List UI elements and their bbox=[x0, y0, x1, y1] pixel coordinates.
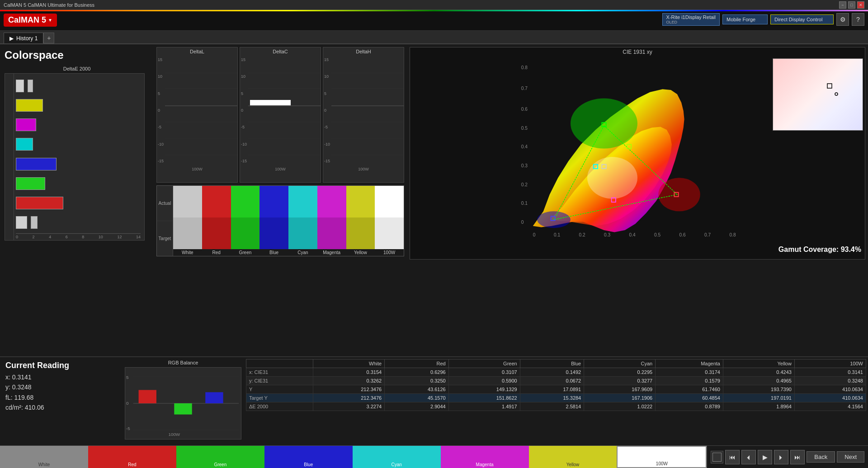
svg-text:0: 0 bbox=[533, 232, 536, 237]
tab-add-button[interactable]: + bbox=[43, 33, 54, 43]
bar-white-bottom bbox=[16, 216, 142, 229]
row-Y-magenta: 61.7460 bbox=[656, 385, 723, 394]
bottom-swatch-yellow-label: Yellow bbox=[566, 462, 580, 467]
svg-point-42 bbox=[571, 99, 637, 149]
help-button[interactable]: ? bbox=[852, 13, 864, 26]
reading-title: Current Reading bbox=[5, 361, 117, 370]
svg-point-41 bbox=[587, 157, 637, 199]
svg-rect-12 bbox=[250, 100, 291, 105]
row-x-blue: 0.1492 bbox=[520, 368, 584, 377]
nav-next-end-button[interactable]: ⏭ bbox=[790, 450, 805, 464]
table-header-magenta: Magenta bbox=[656, 359, 723, 368]
calman-logo-button[interactable]: CalMAN 5 ▼ bbox=[4, 14, 57, 27]
bar-yellow bbox=[16, 99, 142, 112]
bottom-swatch-100w[interactable]: 100W bbox=[617, 446, 707, 468]
delta-l-grid: 151050-5-10-15 100W bbox=[157, 56, 237, 172]
device2-dropdown[interactable]: Mobile Forge bbox=[722, 14, 768, 24]
title-bar: CalMAN 5 CalMAN Ultimate for Business − … bbox=[0, 0, 868, 10]
rainbow-bar bbox=[0, 10, 868, 11]
nav-back-button[interactable]: Back bbox=[807, 451, 835, 463]
delta-c-title: DeltaC bbox=[240, 47, 321, 56]
device1-dropdown[interactable]: X-Rite i1Display Retail OLED bbox=[662, 13, 720, 26]
window-title: CalMAN 5 CalMAN Ultimate for Business bbox=[4, 2, 94, 8]
settings-icon: ⚙ bbox=[840, 16, 846, 23]
row-deltae-100w: 4.1564 bbox=[794, 402, 866, 411]
tab-bar: ▶ History 1 + bbox=[0, 31, 868, 44]
bottom-swatch-red[interactable]: Red bbox=[88, 446, 176, 468]
svg-text:0.4: 0.4 bbox=[521, 145, 528, 150]
bottom-swatch-red-label: Red bbox=[128, 462, 136, 467]
row-deltae-yellow: 1.8964 bbox=[723, 402, 794, 411]
table-header-blue: Blue bbox=[520, 359, 584, 368]
cie-title: CIE 1931 xy bbox=[410, 47, 865, 57]
swatch-side-labels: Actual Target bbox=[157, 186, 173, 256]
section-title: Colorspace bbox=[5, 49, 149, 61]
delta-c-chart: DeltaC 151050-5-10-15 bbox=[240, 47, 321, 183]
row-Y-yellow: 193.7390 bbox=[723, 385, 794, 394]
table-header-cyan: Cyan bbox=[584, 359, 656, 368]
gamut-coverage: Gamut Coverage: 93.4% bbox=[778, 246, 861, 254]
swatch-cyan: Cyan bbox=[288, 186, 317, 256]
window-controls[interactable]: − □ ✕ bbox=[839, 1, 864, 9]
row-target-y-label: Target Y bbox=[246, 394, 313, 402]
bottom-strip: White Red Green Blue Cyan Magenta Yellow… bbox=[0, 445, 868, 468]
table-header-yellow: Yellow bbox=[723, 359, 794, 368]
svg-text:5: 5 bbox=[126, 375, 129, 380]
left-panel: Colorspace DeltaE 2000 bbox=[0, 44, 154, 356]
minimize-button[interactable]: − bbox=[839, 1, 846, 9]
bottom-swatch-cyan[interactable]: Cyan bbox=[353, 446, 441, 468]
row-y-blue: 0.0672 bbox=[520, 377, 584, 385]
color-swatch-thumb[interactable] bbox=[711, 451, 723, 463]
row-y-100w: 0.3248 bbox=[794, 377, 866, 385]
settings-button[interactable]: ⚙ bbox=[836, 13, 849, 26]
device3-label: Direct Display Control bbox=[774, 17, 822, 22]
help-icon: ? bbox=[856, 16, 860, 23]
reading-cdm2: cd/m²: 410.06 bbox=[5, 402, 117, 412]
delta-h-chart: DeltaH 151050-5-10-15 100W bbox=[323, 47, 404, 183]
row-x-label: x: CIE31 bbox=[246, 368, 313, 377]
row-x-green: 0.3107 bbox=[448, 368, 520, 377]
deltae-label: DeltaE 2000 bbox=[5, 66, 149, 71]
bottom-swatch-green-label: Green bbox=[214, 462, 226, 467]
delta-h-title: DeltaH bbox=[323, 47, 404, 56]
nav-prev-start-button[interactable]: ⏮ bbox=[725, 450, 740, 464]
rgb-chart-svg: 5 0 -5 100W bbox=[125, 368, 241, 439]
bottom-swatch-white[interactable]: White bbox=[0, 446, 88, 468]
table-header-green: Green bbox=[448, 359, 520, 368]
rgb-balance-title: RGB Balance bbox=[125, 360, 241, 365]
swatch-100w-label: 100W bbox=[375, 249, 404, 256]
nav-prev-button[interactable]: ⏴ bbox=[741, 450, 756, 464]
maximize-button[interactable]: □ bbox=[848, 1, 855, 9]
table-row-Y: Y 212.3476 43.6126 149.1329 17.0891 167.… bbox=[246, 385, 866, 394]
nav-next-button[interactable]: ⏵ bbox=[774, 450, 788, 464]
device2-label: Mobile Forge bbox=[726, 17, 755, 22]
svg-text:0.2: 0.2 bbox=[521, 182, 528, 187]
bottom-swatch-blue-label: Blue bbox=[304, 462, 313, 467]
close-button[interactable]: ✕ bbox=[857, 1, 864, 9]
top-bar: CalMAN 5 ▼ X-Rite i1Display Retail OLED … bbox=[0, 10, 868, 31]
bottom-swatch-magenta[interactable]: Magenta bbox=[441, 446, 529, 468]
svg-text:0.2: 0.2 bbox=[579, 232, 585, 237]
nav-next-button-label[interactable]: Next bbox=[837, 451, 864, 463]
row-y-label: y: CIE31 bbox=[246, 377, 313, 385]
tab-history1[interactable]: ▶ History 1 bbox=[4, 33, 43, 43]
bottom-swatch-yellow[interactable]: Yellow bbox=[529, 446, 617, 468]
bottom-swatch-blue[interactable]: Blue bbox=[264, 446, 353, 468]
svg-text:0.8: 0.8 bbox=[730, 232, 736, 237]
bar-white-top bbox=[16, 80, 142, 92]
svg-text:0.6: 0.6 bbox=[679, 232, 686, 237]
device3-dropdown[interactable]: Direct Display Control bbox=[770, 14, 834, 24]
tab-play-icon: ▶ bbox=[9, 35, 14, 42]
svg-text:0.4: 0.4 bbox=[629, 232, 636, 237]
bottom-color-swatches: White Red Green Blue Cyan Magenta Yellow… bbox=[0, 446, 707, 468]
nav-play-button[interactable]: ▶ bbox=[758, 450, 772, 464]
deltae-bars bbox=[14, 74, 144, 240]
table-row-target-y: Target Y 212.3476 45.1570 151.8622 15.32… bbox=[246, 394, 866, 402]
actual-label: Actual bbox=[157, 186, 173, 221]
bottom-swatch-green[interactable]: Green bbox=[176, 446, 264, 468]
data-table: White Red Green Blue Cyan Magenta Yellow… bbox=[246, 359, 866, 411]
swatch-blue-label: Blue bbox=[259, 249, 288, 256]
table-header-100w: 100W bbox=[794, 359, 866, 368]
delta-charts-row: DeltaL 151050-5-10-15 100W bbox=[156, 47, 404, 183]
row-Y-red: 43.6126 bbox=[385, 385, 449, 394]
